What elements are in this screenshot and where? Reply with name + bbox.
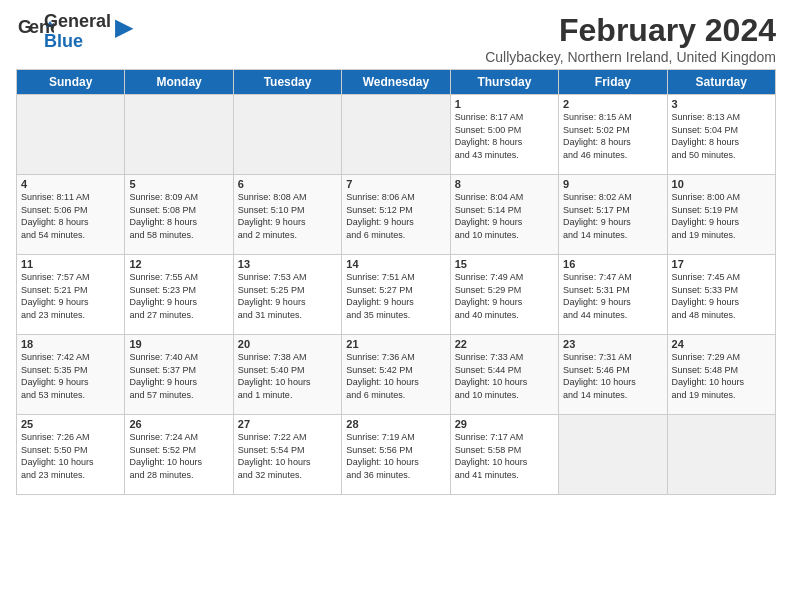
table-row: 4Sunrise: 8:11 AM Sunset: 5:06 PM Daylig… — [17, 175, 125, 255]
table-row: 27Sunrise: 7:22 AM Sunset: 5:54 PM Dayli… — [233, 415, 341, 495]
day-number: 8 — [455, 178, 554, 190]
day-info: Sunrise: 7:33 AM Sunset: 5:44 PM Dayligh… — [455, 351, 554, 401]
day-info: Sunrise: 7:45 AM Sunset: 5:33 PM Dayligh… — [672, 271, 771, 321]
logo: G eneral General Blue ▶ — [16, 12, 133, 52]
table-row: 23Sunrise: 7:31 AM Sunset: 5:46 PM Dayli… — [559, 335, 667, 415]
day-info: Sunrise: 7:47 AM Sunset: 5:31 PM Dayligh… — [563, 271, 662, 321]
table-row: 5Sunrise: 8:09 AM Sunset: 5:08 PM Daylig… — [125, 175, 233, 255]
table-row: 20Sunrise: 7:38 AM Sunset: 5:40 PM Dayli… — [233, 335, 341, 415]
day-info: Sunrise: 7:40 AM Sunset: 5:37 PM Dayligh… — [129, 351, 228, 401]
day-info: Sunrise: 8:02 AM Sunset: 5:17 PM Dayligh… — [563, 191, 662, 241]
day-info: Sunrise: 7:49 AM Sunset: 5:29 PM Dayligh… — [455, 271, 554, 321]
calendar-week-5: 25Sunrise: 7:26 AM Sunset: 5:50 PM Dayli… — [17, 415, 776, 495]
day-info: Sunrise: 7:36 AM Sunset: 5:42 PM Dayligh… — [346, 351, 445, 401]
day-number: 16 — [563, 258, 662, 270]
day-info: Sunrise: 8:09 AM Sunset: 5:08 PM Dayligh… — [129, 191, 228, 241]
table-row: 29Sunrise: 7:17 AM Sunset: 5:58 PM Dayli… — [450, 415, 558, 495]
table-row: 21Sunrise: 7:36 AM Sunset: 5:42 PM Dayli… — [342, 335, 450, 415]
calendar-header-row: Sunday Monday Tuesday Wednesday Thursday… — [17, 70, 776, 95]
day-info: Sunrise: 7:26 AM Sunset: 5:50 PM Dayligh… — [21, 431, 120, 481]
day-info: Sunrise: 7:19 AM Sunset: 5:56 PM Dayligh… — [346, 431, 445, 481]
day-number: 20 — [238, 338, 337, 350]
table-row: 14Sunrise: 7:51 AM Sunset: 5:27 PM Dayli… — [342, 255, 450, 335]
day-info: Sunrise: 7:29 AM Sunset: 5:48 PM Dayligh… — [672, 351, 771, 401]
table-row: 24Sunrise: 7:29 AM Sunset: 5:48 PM Dayli… — [667, 335, 775, 415]
logo-arrow-icon: ▶ — [115, 13, 133, 41]
calendar-title: February 2024 — [485, 12, 776, 49]
table-row — [17, 95, 125, 175]
day-number: 6 — [238, 178, 337, 190]
day-number: 11 — [21, 258, 120, 270]
day-number: 10 — [672, 178, 771, 190]
table-row: 25Sunrise: 7:26 AM Sunset: 5:50 PM Dayli… — [17, 415, 125, 495]
day-info: Sunrise: 7:57 AM Sunset: 5:21 PM Dayligh… — [21, 271, 120, 321]
table-row: 2Sunrise: 8:15 AM Sunset: 5:02 PM Daylig… — [559, 95, 667, 175]
table-row: 12Sunrise: 7:55 AM Sunset: 5:23 PM Dayli… — [125, 255, 233, 335]
table-row: 11Sunrise: 7:57 AM Sunset: 5:21 PM Dayli… — [17, 255, 125, 335]
table-row: 19Sunrise: 7:40 AM Sunset: 5:37 PM Dayli… — [125, 335, 233, 415]
day-info: Sunrise: 7:24 AM Sunset: 5:52 PM Dayligh… — [129, 431, 228, 481]
day-number: 13 — [238, 258, 337, 270]
day-info: Sunrise: 7:42 AM Sunset: 5:35 PM Dayligh… — [21, 351, 120, 401]
header-thursday: Thursday — [450, 70, 558, 95]
table-row: 13Sunrise: 7:53 AM Sunset: 5:25 PM Dayli… — [233, 255, 341, 335]
day-info: Sunrise: 8:13 AM Sunset: 5:04 PM Dayligh… — [672, 111, 771, 161]
table-row: 8Sunrise: 8:04 AM Sunset: 5:14 PM Daylig… — [450, 175, 558, 255]
day-number: 24 — [672, 338, 771, 350]
header-tuesday: Tuesday — [233, 70, 341, 95]
table-row: 18Sunrise: 7:42 AM Sunset: 5:35 PM Dayli… — [17, 335, 125, 415]
day-info: Sunrise: 8:04 AM Sunset: 5:14 PM Dayligh… — [455, 191, 554, 241]
table-row — [125, 95, 233, 175]
header-monday: Monday — [125, 70, 233, 95]
table-row: 16Sunrise: 7:47 AM Sunset: 5:31 PM Dayli… — [559, 255, 667, 335]
day-info: Sunrise: 7:55 AM Sunset: 5:23 PM Dayligh… — [129, 271, 228, 321]
calendar-body: 1Sunrise: 8:17 AM Sunset: 5:00 PM Daylig… — [17, 95, 776, 495]
day-number: 5 — [129, 178, 228, 190]
day-number: 14 — [346, 258, 445, 270]
table-row: 3Sunrise: 8:13 AM Sunset: 5:04 PM Daylig… — [667, 95, 775, 175]
logo-blue: Blue — [44, 32, 111, 52]
table-row: 15Sunrise: 7:49 AM Sunset: 5:29 PM Dayli… — [450, 255, 558, 335]
day-info: Sunrise: 8:08 AM Sunset: 5:10 PM Dayligh… — [238, 191, 337, 241]
day-number: 9 — [563, 178, 662, 190]
table-row — [559, 415, 667, 495]
calendar-week-4: 18Sunrise: 7:42 AM Sunset: 5:35 PM Dayli… — [17, 335, 776, 415]
day-number: 19 — [129, 338, 228, 350]
day-number: 27 — [238, 418, 337, 430]
day-info: Sunrise: 8:17 AM Sunset: 5:00 PM Dayligh… — [455, 111, 554, 161]
table-row: 17Sunrise: 7:45 AM Sunset: 5:33 PM Dayli… — [667, 255, 775, 335]
day-info: Sunrise: 7:17 AM Sunset: 5:58 PM Dayligh… — [455, 431, 554, 481]
day-number: 23 — [563, 338, 662, 350]
table-row: 6Sunrise: 8:08 AM Sunset: 5:10 PM Daylig… — [233, 175, 341, 255]
calendar-week-1: 1Sunrise: 8:17 AM Sunset: 5:00 PM Daylig… — [17, 95, 776, 175]
day-number: 15 — [455, 258, 554, 270]
table-row: 7Sunrise: 8:06 AM Sunset: 5:12 PM Daylig… — [342, 175, 450, 255]
day-number: 17 — [672, 258, 771, 270]
page-container: G eneral General Blue ▶ February 2024 Cu… — [0, 0, 792, 507]
calendar-table: Sunday Monday Tuesday Wednesday Thursday… — [16, 69, 776, 495]
day-info: Sunrise: 7:53 AM Sunset: 5:25 PM Dayligh… — [238, 271, 337, 321]
header-sunday: Sunday — [17, 70, 125, 95]
day-number: 25 — [21, 418, 120, 430]
day-info: Sunrise: 7:38 AM Sunset: 5:40 PM Dayligh… — [238, 351, 337, 401]
day-info: Sunrise: 8:00 AM Sunset: 5:19 PM Dayligh… — [672, 191, 771, 241]
table-row — [667, 415, 775, 495]
day-number: 12 — [129, 258, 228, 270]
day-number: 1 — [455, 98, 554, 110]
table-row: 1Sunrise: 8:17 AM Sunset: 5:00 PM Daylig… — [450, 95, 558, 175]
day-number: 7 — [346, 178, 445, 190]
logo-general: General — [44, 12, 111, 32]
header-friday: Friday — [559, 70, 667, 95]
day-info: Sunrise: 7:31 AM Sunset: 5:46 PM Dayligh… — [563, 351, 662, 401]
day-number: 26 — [129, 418, 228, 430]
day-number: 3 — [672, 98, 771, 110]
day-number: 28 — [346, 418, 445, 430]
day-number: 18 — [21, 338, 120, 350]
day-number: 4 — [21, 178, 120, 190]
table-row — [233, 95, 341, 175]
day-number: 2 — [563, 98, 662, 110]
day-info: Sunrise: 7:22 AM Sunset: 5:54 PM Dayligh… — [238, 431, 337, 481]
calendar-week-3: 11Sunrise: 7:57 AM Sunset: 5:21 PM Dayli… — [17, 255, 776, 335]
day-info: Sunrise: 8:15 AM Sunset: 5:02 PM Dayligh… — [563, 111, 662, 161]
day-number: 29 — [455, 418, 554, 430]
